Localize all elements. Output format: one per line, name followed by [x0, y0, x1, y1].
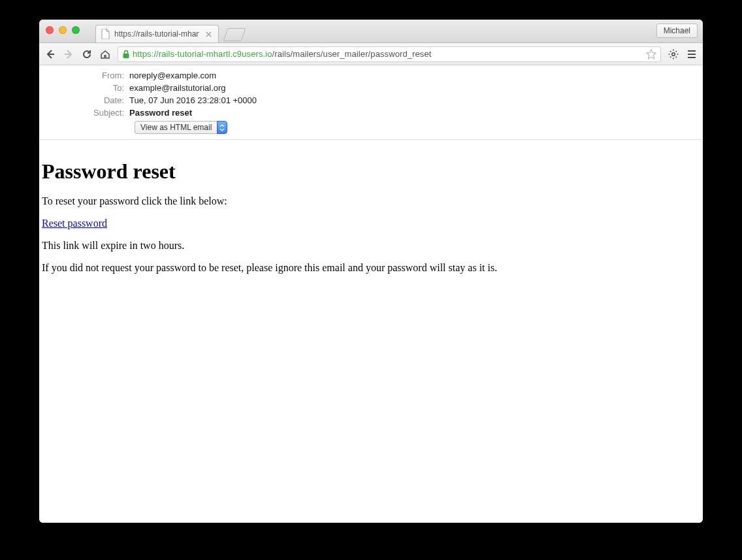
subject-label: Subject:	[39, 107, 129, 119]
new-tab-button[interactable]	[223, 28, 246, 41]
settings-gear-icon[interactable]	[668, 48, 679, 60]
svg-rect-0	[123, 54, 129, 58]
format-select-value: View as HTML email	[135, 121, 217, 134]
minimize-window-button[interactable]	[59, 26, 67, 34]
bookmark-star-icon[interactable]	[646, 49, 656, 59]
home-button[interactable]	[99, 48, 111, 60]
url-protocol: https	[133, 49, 152, 59]
chevron-up-down-icon	[217, 121, 227, 134]
date-value: Tue, 07 Jun 2016 23:28:01 +0000	[129, 94, 257, 107]
tabstrip: https://rails-tutorial-mhartl	[95, 25, 244, 42]
browser-toolbar: https://rails-tutorial-mhartl.c9users.io…	[39, 43, 703, 65]
back-button[interactable]	[44, 48, 56, 60]
reset-password-link[interactable]: Reset password	[42, 218, 107, 229]
reload-button[interactable]	[81, 48, 93, 60]
window-controls	[46, 26, 80, 34]
forward-button[interactable]	[63, 48, 74, 60]
svg-point-1	[672, 52, 675, 56]
to-label: To:	[39, 82, 129, 94]
browser-tab[interactable]: https://rails-tutorial-mhartl	[95, 25, 219, 42]
window-titlebar: https://rails-tutorial-mhartl Michael	[39, 20, 703, 43]
close-window-button[interactable]	[46, 26, 54, 34]
page-icon	[101, 29, 110, 39]
close-tab-icon[interactable]	[206, 31, 212, 37]
format-select[interactable]: View as HTML email	[135, 121, 227, 134]
date-label: Date:	[39, 94, 129, 107]
mail-header: From: noreply@example.com To: example@ra…	[39, 65, 703, 140]
url-host: ://rails-tutorial-mhartl.c9users.io	[152, 49, 272, 59]
email-heading: Password reset	[42, 159, 700, 184]
email-paragraph: This link will expire in two hours.	[42, 240, 700, 252]
email-paragraph: If you did not request your password to …	[42, 262, 700, 274]
url-text: https://rails-tutorial-mhartl.c9users.io…	[133, 49, 431, 59]
url-path: /rails/mailers/user_mailer/password_rese…	[272, 49, 432, 59]
page-viewport: From: noreply@example.com To: example@ra…	[39, 65, 703, 523]
to-value: example@railstutorial.org	[129, 82, 226, 94]
tab-title: https://rails-tutorial-mhartl	[114, 29, 199, 39]
zoom-window-button[interactable]	[72, 26, 80, 34]
browser-window: https://rails-tutorial-mhartl Michael	[39, 20, 703, 523]
address-bar[interactable]: https://rails-tutorial-mhartl.c9users.io…	[118, 46, 661, 62]
lock-icon	[122, 50, 130, 59]
from-value: noreply@example.com	[129, 69, 216, 82]
menu-icon[interactable]	[686, 48, 698, 60]
from-label: From:	[39, 69, 129, 82]
email-paragraph: To reset your password click the link be…	[42, 195, 700, 207]
email-body: Password reset To reset your password cl…	[39, 140, 703, 297]
profile-badge[interactable]: Michael	[656, 24, 698, 38]
subject-value: Password reset	[129, 107, 192, 119]
